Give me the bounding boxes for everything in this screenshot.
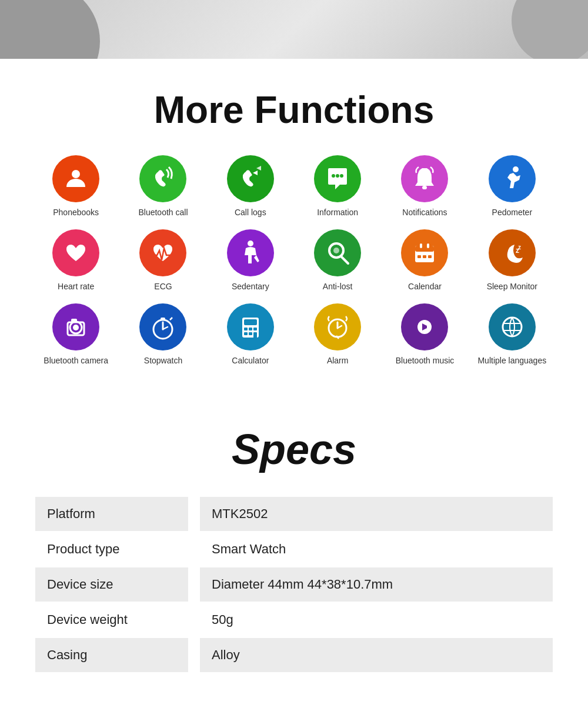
svg-line-27 [170,318,172,320]
specs-table: Platform MTK2502 Product type Smart Watc… [35,497,553,672]
svg-rect-29 [244,319,257,325]
svg-point-41 [503,318,522,336]
anti-lost-label: Anti-lost [323,281,353,292]
multiple-languages-icon [489,303,536,350]
bluetooth-call-label: Bluetooth call [138,207,188,218]
information-icon [314,155,361,202]
function-item-heart-rate: Heart rate [35,229,116,292]
specs-title: Specs [0,425,588,473]
specs-val-device-weight: 50g [200,603,553,637]
sleep-monitor-label: Sleep Monitor [487,281,537,292]
function-item-ecg: ECG [122,229,203,292]
notifications-label: Notifications [402,207,447,218]
specs-row-device-size: Device size Diameter 44mm 44*38*10.7mm [35,567,553,602]
svg-point-9 [333,248,339,253]
functions-grid: Phonebooks Bluetooth call Call logs Info… [0,155,588,390]
svg-rect-12 [420,243,422,248]
specs-val-product-type: Smart Watch [200,532,553,566]
function-item-phonebooks: Phonebooks [35,155,116,218]
svg-point-0 [72,170,80,178]
ecg-icon [139,229,186,276]
svg-rect-33 [244,332,248,335]
svg-rect-34 [249,332,252,335]
svg-rect-15 [423,255,426,258]
sedentary-icon [227,229,274,276]
svg-rect-32 [253,328,257,330]
function-item-bluetooth-camera: Bluetooth camera [35,303,116,366]
specs-row-device-weight: Device weight 50g [35,603,553,637]
svg-rect-35 [253,332,257,338]
function-item-alarm: Alarm [297,303,378,366]
specs-val-platform: MTK2502 [200,497,553,531]
svg-rect-30 [244,328,248,330]
svg-point-5 [513,166,519,172]
svg-rect-31 [249,328,252,330]
bluetooth-call-icon [139,155,186,202]
stopwatch-icon [139,303,186,350]
function-item-calendar: Calendar [384,229,465,292]
function-item-calculator: Calculator [210,303,291,366]
top-banner [0,0,588,59]
specs-key-platform: Platform [35,497,188,531]
bluetooth-camera-label: Bluetooth camera [44,355,108,366]
ecg-label: ECG [154,281,172,292]
function-item-bluetooth-call: Bluetooth call [122,155,203,218]
svg-point-3 [340,174,343,178]
phonebooks-icon [52,155,99,202]
svg-rect-22 [71,319,77,322]
function-item-sleep-monitor: zz Sleep Monitor [472,229,553,292]
svg-text:z: z [518,244,521,251]
bluetooth-music-icon [401,303,448,350]
svg-rect-11 [415,246,434,252]
specs-row-product-type: Product type Smart Watch [35,532,553,566]
calendar-icon [401,229,448,276]
specs-val-casing: Alloy [200,638,553,672]
function-item-multiple-languages: Multiple languages [472,303,553,366]
svg-point-2 [336,174,339,178]
sleep-monitor-icon: zz [489,229,536,276]
specs-key-device-weight: Device weight [35,603,188,637]
calculator-label: Calculator [232,355,269,366]
function-item-notifications: Notifications [384,155,465,218]
multiple-languages-label: Multiple languages [477,355,546,366]
specs-row-platform: Platform MTK2502 [35,497,553,531]
svg-rect-14 [417,255,421,258]
svg-line-8 [341,256,348,263]
function-item-pedometer: Pedometer [472,155,553,218]
specs-key-casing: Casing [35,638,188,672]
notifications-icon [401,155,448,202]
alarm-icon [314,303,361,350]
sedentary-label: Sedentary [232,281,269,292]
heart-rate-icon [52,229,99,276]
svg-rect-4 [422,186,427,189]
function-item-information: Information [297,155,378,218]
svg-point-6 [248,241,253,246]
svg-rect-26 [161,318,165,320]
information-label: Information [317,207,358,218]
svg-point-20 [73,325,79,330]
specs-val-device-size: Diameter 44mm 44*38*10.7mm [200,567,553,602]
function-item-stopwatch: Stopwatch [122,303,203,366]
pedometer-label: Pedometer [492,207,532,218]
function-item-sedentary: Sedentary [210,229,291,292]
heart-rate-label: Heart rate [58,281,94,292]
function-item-bluetooth-music: Bluetooth music [384,303,465,366]
functions-title: More Functions [0,88,588,132]
specs-row-casing: Casing Alloy [35,638,553,672]
svg-point-1 [332,174,335,178]
bluetooth-music-label: Bluetooth music [396,355,455,366]
call-logs-label: Call logs [235,207,266,218]
anti-lost-icon [314,229,361,276]
call-logs-icon [227,155,274,202]
specs-key-device-size: Device size [35,567,188,602]
calculator-icon [227,303,274,350]
phonebooks-label: Phonebooks [53,207,99,218]
stopwatch-label: Stopwatch [144,355,182,366]
function-item-call-logs: Call logs [210,155,291,218]
svg-rect-13 [427,243,429,248]
specs-key-product-type: Product type [35,532,188,566]
alarm-label: Alarm [327,355,349,366]
pedometer-icon [489,155,536,202]
calendar-label: Calendar [408,281,442,292]
function-item-anti-lost: Anti-lost [297,229,378,292]
